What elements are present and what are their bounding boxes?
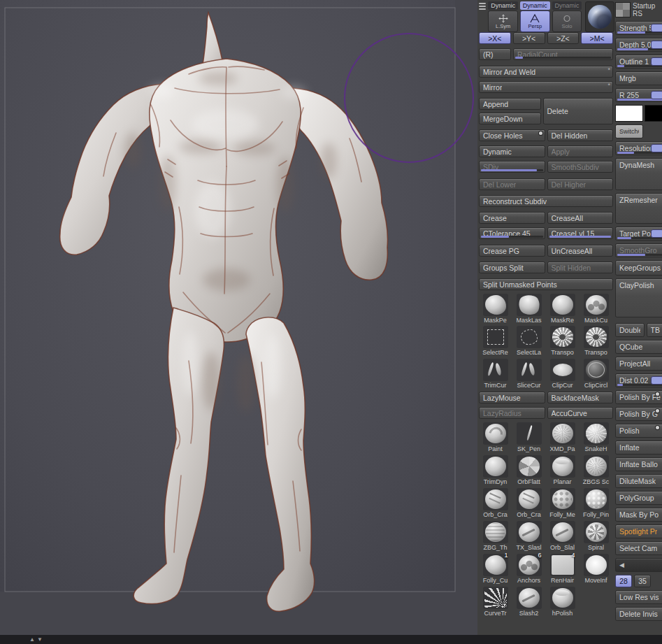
brush-tile-paint[interactable]: Paint <box>479 422 512 452</box>
button-accucurve[interactable]: AccuCurve <box>547 407 614 419</box>
brush-tile-maskcu[interactable]: MaskCu <box>580 293 612 324</box>
primary-color-swatch[interactable] <box>615 105 643 122</box>
button-m[interactable]: >M< <box>581 32 613 44</box>
brush-tile-tx-slasl[interactable]: TX_Slasl <box>512 520 545 551</box>
button-backfacemask[interactable]: BackfaceMask <box>547 392 614 403</box>
brush-tile-zbgs-sc[interactable]: ZBGS Sc <box>580 455 612 485</box>
button-del-hidden[interactable]: Del Hidden <box>547 129 614 141</box>
slider-handle[interactable] <box>651 376 662 385</box>
button-qcube[interactable]: QCube <box>615 340 662 354</box>
button-apply[interactable]: Apply <box>547 145 614 157</box>
button-crease[interactable]: Crease <box>479 212 545 224</box>
button-radialcount[interactable]: RadialCount <box>513 48 613 60</box>
button-dilutemask[interactable]: DiluteMask <box>615 474 662 488</box>
lsym-button[interactable]: L.Sym <box>488 10 518 32</box>
solo-button[interactable]: Solo <box>552 10 582 32</box>
button-creaseall[interactable]: CreaseAll <box>547 212 614 224</box>
button-groups-split[interactable]: Groups Split <box>479 262 545 273</box>
brush-tile-clipcircl[interactable]: ClipCircl <box>580 358 612 389</box>
toggle-dot[interactable] <box>656 426 659 429</box>
brush-tile-planar[interactable]: Planar <box>546 455 579 485</box>
button-inflate-ballo[interactable]: Inflate Ballo <box>615 457 662 471</box>
button-select-cam[interactable]: Select Cam <box>615 541 662 555</box>
brush-tile-sk-pen[interactable]: SK_Pen <box>512 422 545 452</box>
button-split-unmasked-points[interactable]: Split Unmasked Points <box>479 278 613 290</box>
button-spotlight-pr[interactable]: Spotlight Pr <box>615 524 662 538</box>
button-r-255[interactable]: R 255 <box>615 88 662 102</box>
slider-handle[interactable] <box>651 41 662 49</box>
brush-tile-maskre[interactable]: MaskRe <box>546 293 579 324</box>
brush-tile-selectre[interactable]: SelectRe <box>479 325 512 356</box>
brush-tile-zbg-th[interactable]: ZBG_Th <box>479 520 512 551</box>
button-target-poly[interactable]: Target Poly <box>615 227 662 241</box>
button-inflate[interactable]: Inflate <box>615 441 662 455</box>
brush-tile-transpo[interactable]: Transpo <box>546 325 579 356</box>
button-tb[interactable]: TB <box>647 323 662 337</box>
button-mask-by-po[interactable]: Mask By Po <box>615 508 662 522</box>
button-dynamic[interactable]: Dynamic <box>479 145 545 157</box>
toggle-dot[interactable] <box>656 392 659 396</box>
button-del-higher[interactable]: Del Higher <box>547 178 614 190</box>
button-sdiv[interactable]: SDiv <box>479 161 545 173</box>
toggle-dot[interactable] <box>539 131 542 135</box>
brush-tile-xmd-pa[interactable]: XMD_Pa <box>546 422 579 452</box>
button-35[interactable]: 35 <box>634 575 651 587</box>
slider-handle[interactable] <box>651 57 662 66</box>
button-double[interactable]: Double <box>615 323 645 337</box>
persp-button[interactable]: Persp <box>520 10 550 32</box>
button-mrgb[interactable]: Mrgb <box>615 71 662 85</box>
brush-tile-slash2[interactable]: Slash2 <box>512 586 545 617</box>
button-crease-pg[interactable]: Crease PG <box>479 245 545 257</box>
button-strength-50[interactable]: Strength 50 <box>615 21 662 35</box>
brush-tile-orb-cra[interactable]: Orb_Cra <box>512 487 545 518</box>
button-r[interactable]: (R) <box>479 48 511 60</box>
brush-tile-trimdyn[interactable]: TrimDyn <box>479 455 512 485</box>
brush-tile-moveinf[interactable]: MoveInf <box>580 553 612 584</box>
slider-handle[interactable] <box>651 24 662 32</box>
button-del-lower[interactable]: Del Lower <box>479 178 545 190</box>
brush-tile-folly-cu[interactable]: 1Folly_Cu <box>479 553 512 584</box>
slider-handle[interactable] <box>651 229 662 238</box>
button-claypolish[interactable]: ClayPolish <box>615 278 662 317</box>
button-reconstruct-subdiv[interactable]: Reconstruct Subdiv <box>479 195 613 207</box>
button-smoothsubdiv[interactable]: SmoothSubdiv <box>547 161 614 173</box>
button-resolution[interactable]: Resolution <box>615 141 662 155</box>
scroll-up-handle[interactable]: ▲ <box>29 637 35 643</box>
button-creaselvl-15[interactable]: CreaseLvl 15 <box>547 227 614 239</box>
brush-tile-spiral[interactable]: Spiral <box>580 520 612 551</box>
slider-handle[interactable] <box>651 91 662 99</box>
brush-tile-clipcur[interactable]: ClipCur <box>546 358 579 389</box>
prev-button[interactable]: ◀ <box>615 558 662 572</box>
brush-tile-snakeh[interactable]: SnakeH <box>580 422 612 452</box>
button-delete-invis[interactable]: Delete Invis <box>615 607 662 621</box>
hamburger-icon[interactable] <box>479 1 486 11</box>
brush-tile-curvetr[interactable]: CurveTr <box>479 586 512 617</box>
material-sphere-button[interactable] <box>585 1 614 32</box>
secondary-color-swatch[interactable] <box>645 105 662 122</box>
button-mergedown[interactable]: MergeDown <box>479 113 541 124</box>
button-delete[interactable]: Delete <box>543 98 614 124</box>
brush-tile-maskpe[interactable]: MaskPe <box>479 293 512 324</box>
button-z[interactable]: >Z< <box>547 32 580 44</box>
button-switchcolor[interactable]: SwitchColor <box>615 124 643 138</box>
toggle-dot[interactable] <box>656 409 659 413</box>
button-append[interactable]: Append <box>479 98 541 110</box>
button-depth-5-07[interactable]: Depth 5.07 <box>615 38 662 52</box>
button-polish[interactable]: Polish <box>615 424 662 438</box>
button-polish-by-g[interactable]: Polish By G <box>615 407 662 421</box>
button-mirror-and-weld[interactable]: Mirror And Weld* <box>479 66 613 78</box>
button-uncreaseall[interactable]: UnCreaseAll <box>547 245 614 257</box>
scroll-down-handle[interactable]: ▼ <box>37 637 43 643</box>
button-keepgroups[interactable]: KeepGroups <box>615 260 662 276</box>
button-y[interactable]: >Y< <box>513 32 545 44</box>
startup-item[interactable]: StartupRS <box>615 1 662 18</box>
brush-tile-orb-cra[interactable]: Orb_Cra <box>479 487 512 518</box>
button-low-res-vis[interactable]: Low Res vis <box>615 590 662 604</box>
brush-tile-selectla[interactable]: SelectLa <box>512 325 545 356</box>
brush-tile-orbflatt[interactable]: OrbFlatt <box>512 455 545 485</box>
button-lazymouse[interactable]: LazyMouse <box>479 392 545 403</box>
button-outline-1[interactable]: Outline 1 <box>615 55 662 69</box>
brush-tile-transpo[interactable]: Transpo <box>580 325 612 356</box>
button-polygroup[interactable]: PolyGroup <box>615 491 662 505</box>
brush-tile-anchors[interactable]: 6Anchors <box>512 553 545 584</box>
